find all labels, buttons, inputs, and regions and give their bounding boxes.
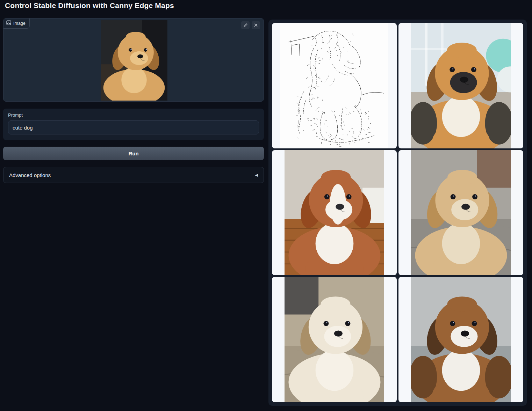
edit-button[interactable] bbox=[241, 21, 250, 29]
prompt-card: Prompt bbox=[3, 109, 264, 140]
run-button[interactable]: Run bbox=[3, 147, 264, 160]
input-puppy-photo bbox=[101, 20, 167, 101]
generated-image-3-graphic bbox=[411, 150, 511, 276]
image-tab: Image bbox=[3, 19, 30, 29]
gallery-item-generated-image-5[interactable] bbox=[398, 277, 523, 402]
generated-image-5-graphic bbox=[411, 277, 511, 402]
gallery-item-generated-image-3[interactable] bbox=[398, 150, 523, 276]
prompt-label: Prompt bbox=[8, 112, 23, 118]
generated-image-1-graphic bbox=[411, 23, 511, 148]
gallery-grid bbox=[272, 23, 523, 402]
advanced-options-label: Advanced options bbox=[9, 172, 51, 178]
generated-image-2-graphic bbox=[285, 150, 384, 276]
canny-edge-map-graphic bbox=[280, 23, 388, 148]
input-image-panel: Image bbox=[3, 18, 264, 102]
collapse-arrow-icon: ◀ bbox=[255, 173, 258, 177]
generated-image-4-graphic bbox=[285, 277, 384, 402]
gallery-item-canny-edge-map[interactable] bbox=[272, 23, 397, 148]
pencil-icon bbox=[243, 23, 248, 28]
advanced-options-accordion[interactable]: Advanced options ◀ bbox=[3, 167, 264, 183]
gallery-item-generated-image-1[interactable] bbox=[398, 23, 523, 148]
left-column: Image Prompt Run Advanced options ◀ bbox=[3, 18, 264, 102]
page-title: Control Stable Diffusion with Canny Edge… bbox=[5, 1, 174, 10]
clear-button[interactable] bbox=[252, 21, 260, 29]
image-icon bbox=[6, 20, 11, 26]
input-puppy-photo-graphic bbox=[101, 20, 167, 101]
image-toolbar bbox=[241, 21, 260, 29]
gallery-item-generated-image-4[interactable] bbox=[272, 277, 397, 402]
result-gallery bbox=[268, 20, 527, 406]
prompt-input[interactable] bbox=[8, 120, 259, 134]
image-tab-label: Image bbox=[13, 21, 26, 26]
close-icon bbox=[254, 23, 258, 27]
gallery-item-generated-image-2[interactable] bbox=[272, 150, 397, 276]
